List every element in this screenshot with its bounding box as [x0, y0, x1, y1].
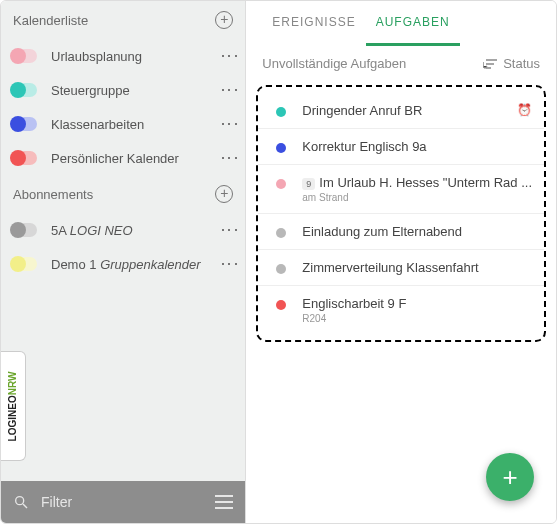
subscriptions-header: Abonnements + [1, 175, 245, 213]
alarm-icon: ⏰ [517, 103, 532, 117]
task-title: Einladung zum Elternabend [302, 224, 532, 239]
sort-icon[interactable] [483, 58, 497, 70]
task-color-dot [276, 300, 286, 310]
calendar-menu-icon[interactable]: ⋮ [226, 149, 233, 167]
task-row[interactable]: Dringender Anruf BR⏰ [258, 93, 544, 128]
calendar-item[interactable]: Urlaubsplanung⋮ [1, 39, 245, 73]
add-calendar-icon[interactable]: + [215, 11, 233, 29]
calendar-toggle[interactable] [13, 257, 37, 271]
task-color-dot [276, 107, 286, 117]
svg-point-0 [16, 497, 24, 505]
add-task-button[interactable]: + [486, 453, 534, 501]
task-title: Korrektur Englisch 9a [302, 139, 532, 154]
calendar-label: Demo 1 Gruppenkalender [51, 257, 226, 272]
brand-tab[interactable]: LOGINEONRW [0, 351, 26, 461]
task-row[interactable]: 9Im Urlaub H. Hesses "Unterm Rad ...am S… [258, 164, 544, 213]
search-icon [13, 494, 29, 510]
task-badge: 9 [302, 178, 315, 190]
svg-rect-3 [215, 501, 233, 503]
task-color-dot [276, 264, 286, 274]
calendar-label: Urlaubsplanung [51, 49, 226, 64]
task-list: Dringender Anruf BR⏰Korrektur Englisch 9… [256, 85, 546, 342]
filter-menu-icon[interactable] [215, 495, 233, 509]
subscriptions-title: Abonnements [13, 187, 215, 202]
calendar-menu-icon[interactable]: ⋮ [226, 221, 233, 239]
task-row[interactable]: Korrektur Englisch 9a [258, 128, 544, 164]
calendar-toggle[interactable] [13, 151, 37, 165]
calendar-menu-icon[interactable]: ⋮ [226, 81, 233, 99]
add-subscription-icon[interactable]: + [215, 185, 233, 203]
tasks-subheader: Unvollständige Aufgaben Status [246, 46, 556, 81]
tabs: EREIGNISSE AUFGABEN [246, 1, 556, 46]
calendar-item[interactable]: Steuergruppe⋮ [1, 73, 245, 107]
calendar-label: 5A LOGI NEO [51, 223, 226, 238]
task-title: Dringender Anruf BR [302, 103, 511, 118]
calendar-toggle[interactable] [13, 49, 37, 63]
calendar-label: Steuergruppe [51, 83, 226, 98]
task-subtitle: am Strand [302, 192, 532, 203]
calendar-toggle[interactable] [13, 117, 37, 131]
task-color-dot [276, 228, 286, 238]
main-panel: EREIGNISSE AUFGABEN Unvollständige Aufga… [246, 1, 556, 523]
calendars-title: Kalenderliste [13, 13, 215, 28]
task-title: Englischarbeit 9 F [302, 296, 532, 311]
svg-line-1 [23, 504, 27, 508]
tab-events[interactable]: EREIGNISSE [262, 1, 365, 46]
calendar-item[interactable]: 5A LOGI NEO⋮ [1, 213, 245, 247]
filter-bar[interactable]: Filter [1, 481, 245, 523]
task-row[interactable]: Zimmerverteilung Klassenfahrt [258, 249, 544, 285]
sidebar: Kalenderliste + Urlaubsplanung⋮Steuergru… [1, 1, 246, 523]
calendar-menu-icon[interactable]: ⋮ [226, 255, 233, 273]
task-color-dot [276, 143, 286, 153]
calendars-header: Kalenderliste + [1, 1, 245, 39]
calendar-item[interactable]: Demo 1 Gruppenkalender⋮ [1, 247, 245, 281]
task-title: Zimmerverteilung Klassenfahrt [302, 260, 532, 275]
calendar-label: Klassenarbeiten [51, 117, 226, 132]
task-row[interactable]: Englischarbeit 9 FR204 [258, 285, 544, 334]
calendar-toggle[interactable] [13, 83, 37, 97]
task-title: 9Im Urlaub H. Hesses "Unterm Rad ... [302, 175, 532, 190]
svg-rect-4 [215, 507, 233, 509]
status-label[interactable]: Status [503, 56, 540, 71]
svg-rect-2 [215, 495, 233, 497]
tab-tasks[interactable]: AUFGABEN [366, 1, 460, 46]
task-color-dot [276, 179, 286, 189]
task-subtitle: R204 [302, 313, 532, 324]
incomplete-tasks-label: Unvollständige Aufgaben [262, 56, 483, 71]
task-row[interactable]: Einladung zum Elternabend [258, 213, 544, 249]
calendar-item[interactable]: Klassenarbeiten⋮ [1, 107, 245, 141]
calendar-menu-icon[interactable]: ⋮ [226, 47, 233, 65]
calendar-label: Persönlicher Kalender [51, 151, 226, 166]
calendar-menu-icon[interactable]: ⋮ [226, 115, 233, 133]
calendar-item[interactable]: Persönlicher Kalender⋮ [1, 141, 245, 175]
calendar-toggle[interactable] [13, 223, 37, 237]
filter-label: Filter [41, 494, 215, 510]
